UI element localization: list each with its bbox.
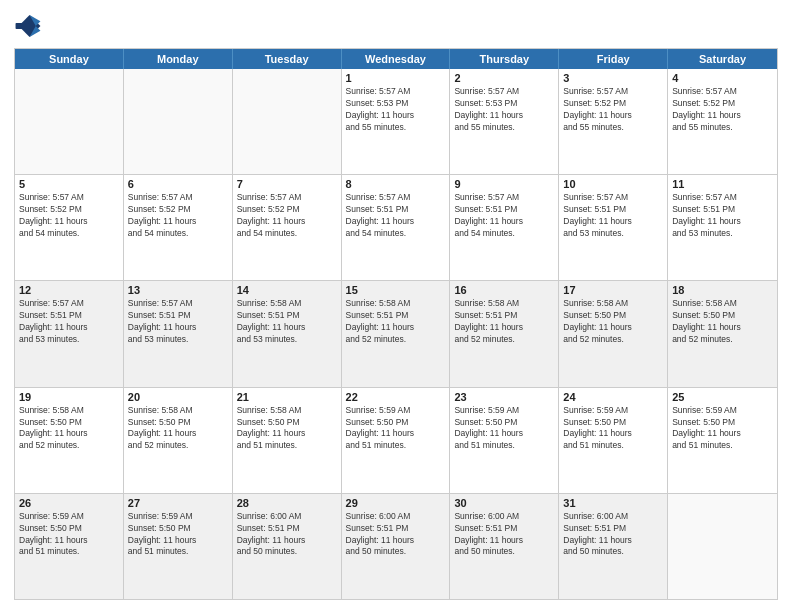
cell-line: Sunset: 5:50 PM — [346, 417, 446, 429]
cell-line: Daylight: 11 hours — [454, 428, 554, 440]
cell-line: Daylight: 11 hours — [563, 110, 663, 122]
cell-line: Daylight: 11 hours — [237, 428, 337, 440]
day-number: 30 — [454, 497, 554, 509]
cell-line: and 53 minutes. — [128, 334, 228, 346]
day-cell-21: 21Sunrise: 5:58 AMSunset: 5:50 PMDayligh… — [233, 388, 342, 493]
cell-line: and 51 minutes. — [454, 440, 554, 452]
day-number: 17 — [563, 284, 663, 296]
cell-line: and 52 minutes. — [454, 334, 554, 346]
cell-line: Daylight: 11 hours — [672, 216, 773, 228]
cell-line: Daylight: 11 hours — [237, 216, 337, 228]
day-cell-22: 22Sunrise: 5:59 AMSunset: 5:50 PMDayligh… — [342, 388, 451, 493]
day-cell-25: 25Sunrise: 5:59 AMSunset: 5:50 PMDayligh… — [668, 388, 777, 493]
cell-line: and 52 minutes. — [128, 440, 228, 452]
day-number: 31 — [563, 497, 663, 509]
cell-line: Daylight: 11 hours — [19, 322, 119, 334]
cell-line: Daylight: 11 hours — [563, 322, 663, 334]
day-number: 14 — [237, 284, 337, 296]
cell-line: Sunrise: 5:59 AM — [672, 405, 773, 417]
header-day-tuesday: Tuesday — [233, 49, 342, 69]
svg-rect-4 — [16, 23, 30, 29]
cell-line: and 53 minutes. — [563, 228, 663, 240]
cell-line: Sunset: 5:50 PM — [672, 310, 773, 322]
day-number: 6 — [128, 178, 228, 190]
cell-line: Daylight: 11 hours — [563, 535, 663, 547]
cell-line: and 50 minutes. — [454, 546, 554, 558]
cell-line: Sunrise: 5:57 AM — [672, 192, 773, 204]
cell-line: Sunset: 5:51 PM — [346, 310, 446, 322]
cell-line: Sunrise: 5:57 AM — [454, 86, 554, 98]
day-number: 2 — [454, 72, 554, 84]
week-row-5: 26Sunrise: 5:59 AMSunset: 5:50 PMDayligh… — [15, 494, 777, 599]
cell-line: Sunset: 5:51 PM — [563, 204, 663, 216]
cell-line: Daylight: 11 hours — [454, 216, 554, 228]
day-number: 25 — [672, 391, 773, 403]
logo — [14, 12, 46, 40]
cell-line: Sunset: 5:50 PM — [454, 417, 554, 429]
day-cell-31: 31Sunrise: 6:00 AMSunset: 5:51 PMDayligh… — [559, 494, 668, 599]
cell-line: and 51 minutes. — [563, 440, 663, 452]
cell-line: and 55 minutes. — [563, 122, 663, 134]
day-cell-30: 30Sunrise: 6:00 AMSunset: 5:51 PMDayligh… — [450, 494, 559, 599]
cell-line: and 54 minutes. — [454, 228, 554, 240]
cell-line: Sunrise: 5:58 AM — [563, 298, 663, 310]
cell-line: Sunrise: 5:58 AM — [346, 298, 446, 310]
cell-line: Sunset: 5:51 PM — [672, 204, 773, 216]
cell-line: Sunset: 5:50 PM — [563, 310, 663, 322]
day-cell-18: 18Sunrise: 5:58 AMSunset: 5:50 PMDayligh… — [668, 281, 777, 386]
header-day-saturday: Saturday — [668, 49, 777, 69]
day-cell-2: 2Sunrise: 5:57 AMSunset: 5:53 PMDaylight… — [450, 69, 559, 174]
cell-line: Sunset: 5:50 PM — [19, 417, 119, 429]
cell-line: Sunrise: 5:57 AM — [346, 192, 446, 204]
week-row-1: 1Sunrise: 5:57 AMSunset: 5:53 PMDaylight… — [15, 69, 777, 175]
cell-line: Sunrise: 5:57 AM — [19, 298, 119, 310]
cell-line: Daylight: 11 hours — [672, 110, 773, 122]
day-number: 22 — [346, 391, 446, 403]
cell-line: Daylight: 11 hours — [563, 216, 663, 228]
cell-line: Sunset: 5:50 PM — [237, 417, 337, 429]
day-number: 26 — [19, 497, 119, 509]
cell-line: Sunset: 5:51 PM — [128, 310, 228, 322]
empty-cell — [668, 494, 777, 599]
cell-line: Sunset: 5:50 PM — [128, 523, 228, 535]
cell-line: Daylight: 11 hours — [454, 535, 554, 547]
day-number: 7 — [237, 178, 337, 190]
day-cell-13: 13Sunrise: 5:57 AMSunset: 5:51 PMDayligh… — [124, 281, 233, 386]
day-number: 23 — [454, 391, 554, 403]
cell-line: Daylight: 11 hours — [346, 216, 446, 228]
week-row-4: 19Sunrise: 5:58 AMSunset: 5:50 PMDayligh… — [15, 388, 777, 494]
cell-line: Sunset: 5:51 PM — [454, 204, 554, 216]
cell-line: and 54 minutes. — [19, 228, 119, 240]
cell-line: Sunset: 5:51 PM — [563, 523, 663, 535]
day-number: 28 — [237, 497, 337, 509]
cell-line: and 52 minutes. — [563, 334, 663, 346]
header — [14, 12, 778, 40]
calendar-body: 1Sunrise: 5:57 AMSunset: 5:53 PMDaylight… — [15, 69, 777, 599]
logo-icon — [14, 12, 42, 40]
cell-line: Sunset: 5:52 PM — [237, 204, 337, 216]
day-number: 20 — [128, 391, 228, 403]
cell-line: and 51 minutes. — [19, 546, 119, 558]
day-cell-1: 1Sunrise: 5:57 AMSunset: 5:53 PMDaylight… — [342, 69, 451, 174]
day-cell-5: 5Sunrise: 5:57 AMSunset: 5:52 PMDaylight… — [15, 175, 124, 280]
cell-line: Sunrise: 5:57 AM — [672, 86, 773, 98]
cell-line: Sunrise: 5:59 AM — [346, 405, 446, 417]
cell-line: Sunset: 5:51 PM — [19, 310, 119, 322]
cell-line: Daylight: 11 hours — [237, 322, 337, 334]
empty-cell — [15, 69, 124, 174]
cell-line: Sunset: 5:52 PM — [19, 204, 119, 216]
cell-line: Sunrise: 5:57 AM — [19, 192, 119, 204]
cell-line: and 53 minutes. — [672, 228, 773, 240]
day-cell-8: 8Sunrise: 5:57 AMSunset: 5:51 PMDaylight… — [342, 175, 451, 280]
day-cell-12: 12Sunrise: 5:57 AMSunset: 5:51 PMDayligh… — [15, 281, 124, 386]
week-row-3: 12Sunrise: 5:57 AMSunset: 5:51 PMDayligh… — [15, 281, 777, 387]
cell-line: Daylight: 11 hours — [454, 110, 554, 122]
day-cell-23: 23Sunrise: 5:59 AMSunset: 5:50 PMDayligh… — [450, 388, 559, 493]
cell-line: Sunrise: 5:57 AM — [237, 192, 337, 204]
cell-line: Daylight: 11 hours — [128, 535, 228, 547]
cell-line: Sunrise: 6:00 AM — [346, 511, 446, 523]
day-number: 29 — [346, 497, 446, 509]
cell-line: and 55 minutes. — [672, 122, 773, 134]
cell-line: Sunset: 5:50 PM — [19, 523, 119, 535]
calendar-header: SundayMondayTuesdayWednesdayThursdayFrid… — [15, 49, 777, 69]
